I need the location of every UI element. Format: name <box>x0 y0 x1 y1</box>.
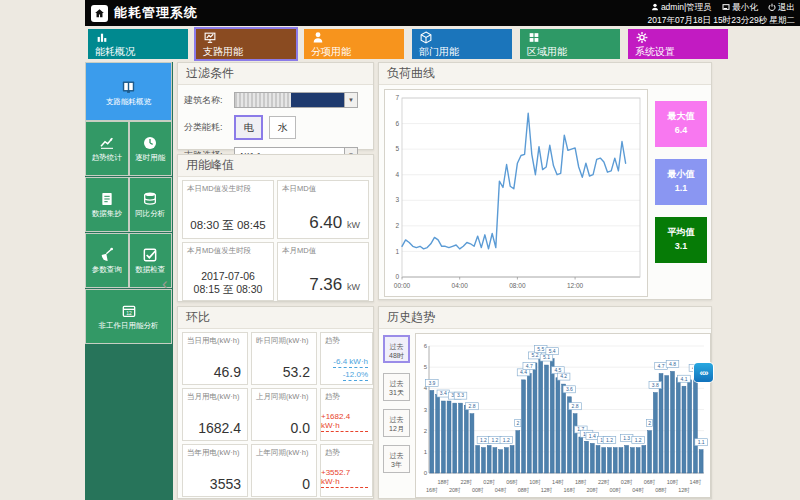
history-trend-title: 历史趋势 <box>379 307 711 329</box>
lastmonth-usage-card: 上月同期(kW·h) 0.0 <box>251 388 317 441</box>
svg-text:4.7: 4.7 <box>526 363 533 369</box>
load-curve-chart: 0123456700:0004:0008:0012:00 <box>384 89 648 297</box>
remote-access-icon[interactable]: «» <box>694 363 713 382</box>
svg-text:1: 1 <box>424 449 428 455</box>
svg-text:12时: 12时 <box>541 487 553 493</box>
svg-text:00时: 00时 <box>472 487 484 493</box>
peak-panel: 用能峰值 本日MD值发生时段 08:30 至 08:45 本日MD值 6.40 … <box>177 154 374 302</box>
svg-text:1.2: 1.2 <box>503 437 510 443</box>
svg-text:12:00: 12:00 <box>567 282 584 289</box>
svg-text:1.2: 1.2 <box>491 437 498 443</box>
check-square-icon <box>141 247 159 263</box>
tab-area-energy[interactable]: 区域用能 <box>520 29 620 59</box>
svg-text:22时: 22时 <box>460 479 472 485</box>
load-curve-title: 负荷曲线 <box>379 63 711 85</box>
svg-text:7: 7 <box>395 94 399 101</box>
month-md-value-card: 本月MD值 7.36 kW <box>277 242 369 301</box>
svg-text:12时: 12时 <box>678 487 690 493</box>
lastmonth-usage-value: 0.0 <box>291 420 310 436</box>
svg-text:06时: 06时 <box>644 479 656 485</box>
svg-text:3: 3 <box>424 407 428 413</box>
document-icon <box>98 191 116 207</box>
range-48h-button[interactable]: 过去 48时 <box>383 335 410 363</box>
today-md-period-value: 08:30 至 08:45 <box>183 218 273 233</box>
svg-text:1.2: 1.2 <box>635 437 642 443</box>
month-usage-card: 当月用电(kW·h) 1682.4 <box>182 388 248 441</box>
year-usage-card: 当年用电(kW·h) 3553 <box>182 444 248 497</box>
svg-text:3: 3 <box>395 196 399 203</box>
svg-text:0: 0 <box>395 273 399 280</box>
sidebar-row: 趋势统计 逐时用能 <box>86 122 171 175</box>
svg-text:1.2: 1.2 <box>480 437 487 443</box>
svg-text:1.2: 1.2 <box>606 437 613 443</box>
today-md-period-card: 本日MD值发生时段 08:30 至 08:45 <box>182 180 274 239</box>
svg-text:4.4: 4.4 <box>520 369 527 375</box>
tab-system-settings[interactable]: 系统设置 <box>628 29 728 59</box>
svg-text:5.1: 5.1 <box>543 354 550 360</box>
lastyear-usage-card: 上年同期(kW·h) 0 <box>251 444 317 497</box>
trend-line-icon <box>98 135 116 151</box>
sidebar-item-nonworkday-analysis[interactable]: 12 非工作日用能分析 <box>86 290 171 343</box>
sidebar-item-yoy-analysis[interactable]: 同比分析 <box>130 178 172 231</box>
sidebar-item-data-collection[interactable]: 数据集抄 <box>86 178 128 231</box>
max-value: 6.4 <box>655 123 707 137</box>
today-md-unit: kW <box>347 220 360 230</box>
year-trend-card: 趋势 +3552.7 kW·h <box>320 444 373 497</box>
svg-text:5.4: 5.4 <box>549 348 556 354</box>
svg-text:08:00: 08:00 <box>509 282 526 289</box>
sidebar-item-trend-stats[interactable]: 趋势统计 <box>86 122 128 175</box>
collapse-panel-chevron[interactable]: ‹ <box>162 274 168 294</box>
clock-icon <box>141 135 159 151</box>
bar-chart-icon <box>95 31 188 45</box>
tab-department-energy[interactable]: 部门用能 <box>412 29 512 59</box>
svg-text:1: 1 <box>395 248 399 255</box>
grid-icon <box>527 31 620 45</box>
yesterday-usage-value: 53.2 <box>283 364 310 380</box>
filter-panel: 过滤条件 建筑名称: ▼ 分类能耗: 电 水 支路选择: AK1-1 ▼ <box>177 62 374 150</box>
main-nav: 能耗概况 支路用能 分项用能 部门用能 区域用能 系统设置 <box>0 26 800 62</box>
tab-branch-energy[interactable]: 支路用能 <box>196 29 296 59</box>
building-select[interactable]: ▼ <box>234 92 358 108</box>
avg-value-badge: 平均值 3.1 <box>655 217 707 263</box>
day-trend-delta: -6.4 kW·h <box>333 357 368 368</box>
cube-icon <box>419 31 512 45</box>
range-12m-button[interactable]: 过去 12月 <box>383 409 410 437</box>
sidebar-item-branch-overview[interactable]: 支路能耗概览 <box>86 63 171 120</box>
svg-text:1.1: 1.1 <box>698 439 705 445</box>
load-curve-line-chart: 0123456700:0004:0008:0012:00 <box>385 90 645 294</box>
max-value-badge: 最大值 6.4 <box>655 101 707 147</box>
person-icon <box>311 31 404 45</box>
svg-text:3.6: 3.6 <box>566 386 573 392</box>
svg-text:2: 2 <box>395 222 399 229</box>
tab-energy-overview[interactable]: 能耗概况 <box>88 29 188 59</box>
sidebar-row: 参数查询 数据检查 <box>86 234 171 287</box>
svg-text:2: 2 <box>648 420 651 426</box>
user-menu[interactable]: admin|管理员 <box>651 1 712 13</box>
history-bar-chart: 012345616时18时20时22时00时02时04时06时08时10时12时… <box>415 333 711 498</box>
svg-text:6: 6 <box>395 120 399 127</box>
tab-category-energy[interactable]: 分项用能 <box>304 29 404 59</box>
svg-text:4.2: 4.2 <box>560 373 567 379</box>
range-3y-button[interactable]: 过去 3年 <box>383 445 410 473</box>
home-icon[interactable] <box>91 5 108 22</box>
range-31d-button[interactable]: 过去 31天 <box>383 373 410 401</box>
today-md-value: 6.40 <box>309 213 342 232</box>
logout-button[interactable]: 退出 <box>768 1 795 13</box>
svg-text:20时: 20时 <box>586 487 598 493</box>
title-bar-actions: admin|管理员 最小化 退出 <box>643 1 795 14</box>
svg-text:10时: 10时 <box>667 479 679 485</box>
minimize-button[interactable]: 最小化 <box>722 1 758 13</box>
svg-text:3.4: 3.4 <box>440 390 447 396</box>
svg-text:02时: 02时 <box>621 479 633 485</box>
sidebar-item-hourly-energy[interactable]: 逐时用能 <box>130 122 172 175</box>
water-toggle[interactable]: 水 <box>269 116 296 139</box>
day-trend-card: 趋势 -6.4 kW·h -12.0% <box>320 332 373 385</box>
electric-toggle[interactable]: 电 <box>234 115 263 140</box>
svg-text:14时: 14时 <box>552 479 564 485</box>
svg-text:00时: 00时 <box>609 487 621 493</box>
sidebar-item-parameter-query[interactable]: 参数查询 <box>86 234 128 287</box>
svg-text:2: 2 <box>424 428 428 434</box>
today-md-value-card: 本日MD值 6.40 kW <box>277 180 369 239</box>
svg-text:04时: 04时 <box>632 487 644 493</box>
energy-management-app: 能耗管理系统 admin|管理员 最小化 退出 2017年07月18日 15时2… <box>0 0 800 500</box>
